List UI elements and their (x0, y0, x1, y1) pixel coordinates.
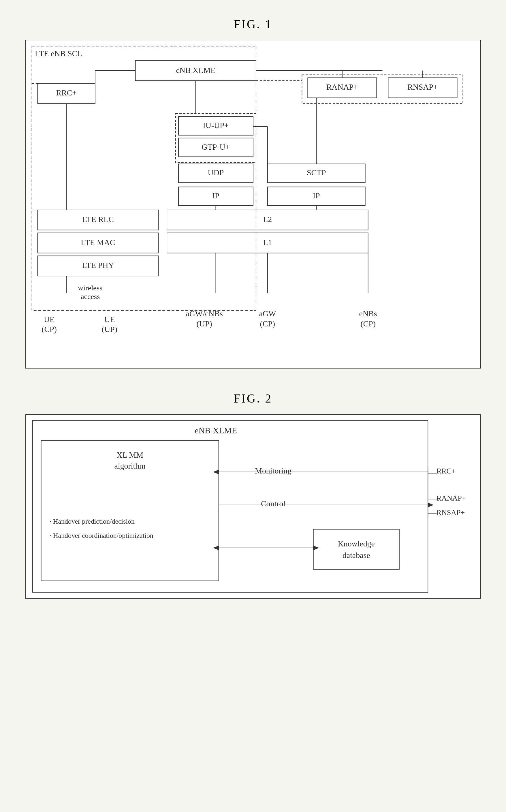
fig2-title: FIG. 2 (234, 392, 272, 405)
svg-text:(CP): (CP) (360, 319, 376, 328)
svg-text:Monitoring: Monitoring (255, 466, 291, 475)
svg-text:· Handover coordination/optimi: · Handover coordination/optimization (50, 532, 153, 539)
svg-marker-82 (213, 546, 219, 550)
svg-text:eNBs: eNBs (359, 309, 377, 318)
svg-text:eNB XLME: eNB XLME (195, 426, 237, 435)
fig1-title: FIG. 1 (234, 17, 272, 31)
svg-text:RANAP+: RANAP+ (326, 82, 358, 91)
svg-text:access: access (81, 293, 100, 301)
svg-text:IP: IP (212, 191, 220, 200)
svg-text:cNB XLME: cNB XLME (176, 66, 216, 75)
svg-text:algorithm: algorithm (114, 461, 146, 470)
fig1-diagram: LTE eNB SCL cNB XLME RANAP+ RNSAP+ RRC+ … (25, 40, 481, 369)
svg-text:LTE MAC: LTE MAC (81, 238, 115, 247)
svg-text:RANAP+: RANAP+ (436, 494, 466, 502)
svg-text:UDP: UDP (207, 168, 224, 177)
svg-marker-83 (313, 546, 319, 550)
svg-text:Knowledge: Knowledge (338, 539, 374, 548)
svg-marker-80 (428, 503, 434, 507)
svg-text:LTE RLC: LTE RLC (82, 215, 114, 224)
fig2-diagram: eNB XLME XL MM algorithm · Handover pred… (25, 414, 481, 598)
svg-rect-72 (313, 530, 399, 569)
svg-text:database: database (342, 551, 370, 560)
svg-text:RRC+: RRC+ (56, 88, 77, 97)
svg-text:IP: IP (313, 191, 320, 200)
svg-text:UE: UE (104, 315, 115, 324)
svg-text:SCTP: SCTP (307, 168, 326, 177)
svg-text:RNSAP+: RNSAP+ (407, 82, 438, 91)
svg-text:LTE PHY: LTE PHY (82, 261, 114, 270)
svg-text:LTE eNB SCL: LTE eNB SCL (34, 49, 82, 58)
svg-text:aGW: aGW (259, 309, 276, 318)
svg-text:RNSAP+: RNSAP+ (436, 508, 465, 517)
svg-text:Control: Control (261, 499, 285, 508)
svg-marker-77 (213, 470, 219, 474)
svg-text:XL MM: XL MM (116, 451, 143, 459)
svg-text:(CP): (CP) (41, 325, 57, 334)
svg-text:L2: L2 (263, 215, 272, 224)
svg-text:aGW/cNBs: aGW/cNBs (186, 309, 223, 318)
svg-text:UE: UE (44, 315, 54, 324)
svg-text:(CP): (CP) (260, 319, 275, 328)
svg-text:(UP): (UP) (101, 325, 117, 334)
svg-text:wireless: wireless (78, 284, 102, 292)
svg-rect-65 (32, 420, 428, 592)
svg-text:· Handover prediction/decision: · Handover prediction/decision (50, 517, 135, 525)
svg-text:L1: L1 (263, 238, 272, 247)
svg-text:IU-UP+: IU-UP+ (203, 121, 229, 130)
svg-text:(UP): (UP) (196, 319, 212, 328)
svg-text:GTP-U+: GTP-U+ (201, 143, 230, 151)
svg-text:RRC+: RRC+ (436, 467, 455, 475)
svg-rect-0 (32, 46, 256, 311)
